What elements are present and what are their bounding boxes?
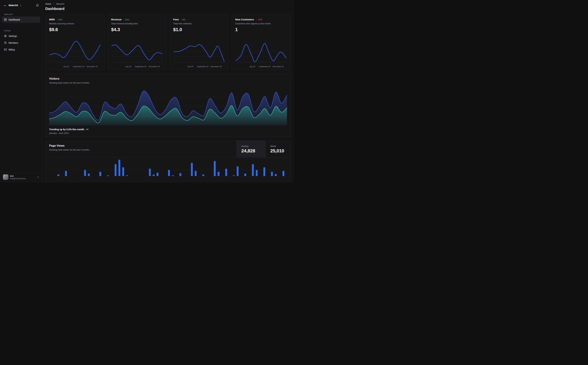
segment-label: Desktop	[241, 145, 264, 147]
x-tick: December 24	[149, 65, 160, 68]
x-tick: July 24	[187, 65, 193, 68]
page-views-bar-chart	[46, 158, 291, 176]
stat-subtitle: Customers who signed up this month	[235, 22, 287, 25]
segment-value: 25,010	[270, 148, 289, 154]
user-menu[interactable]: test test@makerkit.dev	[2, 173, 40, 181]
new-customers-sparkline-chart	[235, 40, 287, 65]
stat-card-revenue: Revenue ↑ 12% Total revenue including fe…	[107, 14, 167, 70]
chevrons-up-down-icon	[20, 4, 22, 7]
revenue-sparkline-chart	[111, 40, 163, 65]
trend-badge: ↑ 12%	[124, 19, 129, 21]
bell-icon	[36, 4, 39, 7]
visitors-subtitle: Showing total visitors for the last 6 mo…	[49, 82, 287, 84]
sidebar-item-label: Settings	[9, 35, 17, 37]
x-tick: September 24	[73, 65, 84, 68]
stat-value: 1	[235, 27, 287, 32]
trend-value: 9%	[182, 19, 185, 21]
sidebar-item-label: Dashboard	[9, 18, 20, 21]
stat-value: $9.6	[49, 27, 101, 32]
app-root: m Makerkit Application Dashboard Setting…	[0, 0, 294, 182]
sidebar: m Makerkit Application Dashboard Setting…	[0, 0, 42, 182]
sidebar-section-settings: Settings	[4, 30, 40, 32]
trend-arrow-icon: ↑	[181, 19, 182, 21]
x-tick: December 24	[273, 65, 284, 68]
user-email: test@makerkit.dev	[10, 177, 35, 180]
sidebar-item-members[interactable]: Members	[2, 40, 40, 46]
segment-label: Mobile	[270, 145, 289, 147]
mrr-sparkline-chart	[49, 40, 101, 65]
user-name: test	[10, 175, 35, 177]
page-title: Dashboard	[45, 7, 291, 11]
trend-arrow-icon: ↑	[57, 19, 58, 21]
stat-title: Fees	[173, 18, 179, 21]
stat-title: MRR	[49, 18, 55, 21]
x-tick: September 24	[259, 65, 270, 68]
x-axis: July 24 September 24 December 24	[173, 65, 225, 68]
gear-icon	[4, 35, 7, 37]
trend-badge: ↑ 20%	[57, 19, 62, 21]
x-tick: July 24	[249, 65, 255, 68]
trend-arrow-icon: ↓	[256, 19, 257, 21]
x-tick: December 24	[211, 65, 222, 68]
stat-value: $4.3	[111, 27, 163, 32]
chevrons-up-down-icon	[37, 176, 39, 178]
notifications-button[interactable]	[35, 3, 40, 8]
stat-title: New Customers	[235, 18, 254, 21]
stat-card-fees: Fees ↑ 9% Total fees collected $1.0 July…	[169, 14, 229, 70]
page-views-card: Page Views Showing total visitors for th…	[45, 140, 291, 182]
fees-sparkline-chart	[173, 40, 225, 65]
trend-badge: ↑ 9%	[181, 19, 185, 21]
chevron-right-icon	[53, 3, 55, 5]
sidebar-item-dashboard[interactable]: Dashboard	[2, 17, 40, 23]
segment-mobile[interactable]: Mobile 25,010	[265, 141, 291, 157]
visitors-period: January - June 2024	[49, 132, 287, 134]
x-axis: July 24 September 24 December 24	[49, 65, 101, 68]
sidebar-item-label: Billing	[9, 48, 15, 51]
stat-card-mrr: MRR ↑ 20% Monthly recurring revenue $9.6…	[45, 14, 105, 70]
page-views-title: Page Views	[49, 144, 233, 147]
visitors-title: Visitors	[49, 77, 287, 80]
sidebar-item-settings[interactable]: Settings	[2, 33, 40, 39]
stat-card-new-customers: New Customers ↓ -25% Customers who signe…	[231, 14, 291, 70]
breadcrumb: Home Makerkit	[45, 3, 291, 5]
sidebar-item-label: Members	[9, 42, 18, 44]
sidebar-section-application: Application	[4, 13, 40, 15]
visitors-area-chart	[49, 87, 287, 126]
stat-subtitle: Total fees collected	[173, 22, 225, 25]
segment-value: 24,828	[241, 148, 264, 154]
stat-card-row: MRR ↑ 20% Monthly recurring revenue $9.6…	[45, 14, 291, 70]
stat-value: $1.0	[173, 27, 225, 32]
visitors-trend-text: Trending up by 5.2% this month	[49, 128, 84, 131]
stat-subtitle: Monthly recurring revenue	[49, 22, 101, 25]
trend-value: 12%	[125, 19, 129, 21]
trending-up-icon	[86, 128, 88, 131]
x-tick: September 24	[135, 65, 146, 68]
logo-letter: m	[4, 4, 6, 7]
segment-desktop[interactable]: Desktop 24,828	[236, 141, 265, 157]
breadcrumb-home[interactable]: Home	[45, 3, 51, 5]
users-icon	[4, 41, 7, 44]
trend-value: -25%	[257, 19, 262, 21]
sidebar-item-billing[interactable]: Billing	[2, 47, 40, 53]
x-axis: July 24 September 24 December 24	[235, 65, 287, 68]
trend-badge: ↓ -25%	[256, 19, 262, 21]
dashboard-icon	[4, 18, 7, 21]
avatar	[3, 174, 8, 180]
trend-value: 20%	[58, 19, 62, 21]
x-tick: September 24	[197, 65, 208, 68]
stat-subtitle: Total revenue including fees	[111, 22, 163, 25]
x-axis: July 24 September 24 December 24	[111, 65, 163, 68]
visitors-card: Visitors Showing total visitors for the …	[45, 73, 291, 137]
team-name: Makerkit	[9, 4, 18, 7]
page-views-subtitle: Showing total visitors for the last 3 mo…	[49, 148, 233, 151]
stat-title: Revenue	[111, 18, 122, 21]
x-tick: July 24	[125, 65, 131, 68]
team-switcher[interactable]: m Makerkit	[3, 3, 35, 8]
x-tick: July 24	[63, 65, 69, 68]
breadcrumb-current: Makerkit	[56, 3, 64, 5]
sidebar-header: m Makerkit	[2, 2, 40, 9]
makerkit-logo: m	[3, 3, 7, 8]
trend-arrow-icon: ↑	[124, 19, 125, 21]
x-tick: December 24	[87, 65, 97, 68]
main-content: Home Makerkit Dashboard MRR ↑ 20% Monthl…	[42, 0, 294, 182]
